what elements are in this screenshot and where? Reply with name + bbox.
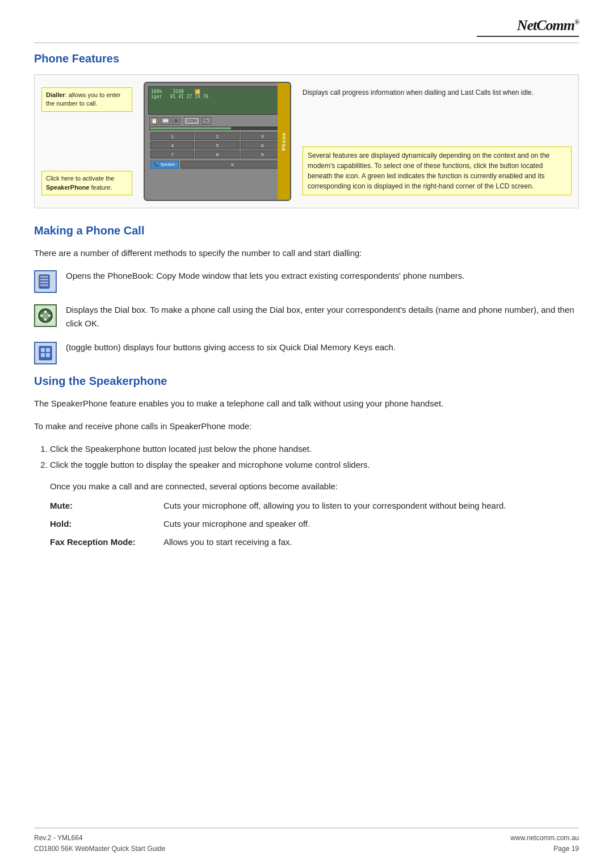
phonebook-icon-svg [37, 274, 53, 290]
screen-line2: iger 01 41 27 19 70 [151, 94, 284, 99]
logo: NetComm® [477, 17, 579, 34]
bottom-row: 📞 Speaker ≡ [145, 161, 290, 171]
phone-features-section: Phone Features Dialler: allows you to en… [34, 52, 579, 208]
icon-4: 1234 [184, 117, 200, 125]
phone-label: Phone [281, 132, 287, 151]
speakerphone-section: Using the Speakerphone The SpeakerPhone … [34, 375, 579, 549]
dial-icon [34, 304, 57, 327]
mute-label: Mute: [50, 499, 163, 513]
speakerphone-para1: The SpeakerPhone feature enables you to … [34, 397, 579, 410]
fax-label: Fax Reception Mode: [50, 535, 163, 549]
memory-text: (toggle button) displays four buttons gi… [66, 341, 579, 354]
phonebook-icon [34, 270, 57, 293]
top-divider [34, 43, 579, 43]
feature-item-phonebook: Opens the PhoneBook: Copy Mode window th… [34, 269, 579, 293]
svg-rect-4 [40, 284, 48, 286]
feature-item-memory: (toggle button) displays four buttons gi… [34, 341, 579, 364]
phone-sidebar: Phone [278, 83, 290, 200]
footer-product: CD1800 56K WebMaster Quick Start Guide [34, 844, 165, 854]
page-footer: Rev.2 - YML664 CD1800 56K WebMaster Quic… [34, 828, 579, 854]
right-callouts: Displays call progress information when … [303, 82, 572, 201]
options-row-hold: Hold: Cuts your microphone and speaker o… [50, 517, 579, 531]
key-7: 7 [150, 150, 194, 158]
svg-point-11 [44, 318, 47, 321]
options-intro: Once you make a call and are connected, … [50, 480, 579, 493]
options-row-mute: Mute: Cuts your microphone off, allowing… [50, 499, 579, 513]
logo-text: NetComm [517, 17, 574, 33]
svg-rect-1 [40, 276, 48, 278]
making-call-heading: Making a Phone Call [34, 224, 579, 237]
logo-area: NetComm® [477, 17, 579, 37]
feature-item-dial: Displays the Dial box. To make a phone c… [34, 303, 579, 330]
key-4: 4 [150, 141, 194, 149]
fax-value: Allows you to start receiving a fax. [163, 535, 579, 549]
phone-features-diagram: Dialler: allows you to enter the number … [34, 74, 579, 208]
svg-point-12 [40, 315, 43, 317]
phone-extra-key: ≡ [180, 161, 284, 169]
icon-3: ⚙ [172, 117, 180, 125]
hold-value: Cuts your microphone and speaker off. [163, 517, 579, 531]
key-2: 2 [195, 132, 239, 140]
svg-point-9 [41, 312, 49, 320]
footer-website: www.netcomm.com.au [510, 833, 579, 844]
dial-icon-svg [37, 308, 53, 324]
right-callout-progress: Displays call progress information when … [303, 87, 572, 98]
phone-features-heading: Phone Features [34, 52, 579, 65]
speakerphone-bold: SpeakerPhone [46, 184, 89, 191]
svg-rect-7 [38, 284, 40, 286]
dialler-callout: Dialler: allows you to enter the number … [41, 87, 132, 112]
svg-rect-3 [40, 282, 48, 283]
svg-rect-2 [40, 279, 48, 280]
step-1: Click the Speakerphone button located ju… [50, 442, 579, 456]
key-5: 5 [195, 141, 239, 149]
right-callout-text: Several features are displayed dynamical… [308, 152, 549, 190]
footer-page: Page 19 [510, 844, 579, 854]
options-row-fax: Fax Reception Mode: Allows you to start … [50, 535, 579, 549]
svg-rect-15 [41, 348, 45, 352]
phonebook-text: Opens the PhoneBook: Copy Mode window th… [66, 269, 579, 283]
making-call-section: Making a Phone Call There are a number o… [34, 224, 579, 364]
screen-line1: 100% 3108 📶 [151, 89, 284, 94]
page-container: NetComm® Phone Features Dialler: allows … [0, 0, 613, 588]
phone-screen: 100% 3108 📶 iger 01 41 27 19 70 [148, 86, 287, 115]
left-callouts: Dialler: allows you to enter the number … [41, 82, 132, 201]
key-1: 1 [150, 132, 194, 140]
making-call-intro: There are a number of different methods … [34, 246, 579, 260]
svg-rect-6 [38, 280, 40, 283]
options-table: Mute: Cuts your microphone off, allowing… [50, 499, 579, 549]
svg-point-13 [48, 315, 51, 317]
header: NetComm® [34, 17, 579, 37]
svg-point-10 [44, 311, 47, 313]
svg-rect-18 [46, 353, 50, 357]
footer-rev: Rev.2 - YML664 [34, 833, 165, 844]
right-callout-features: Several features are displayed dynamical… [303, 146, 572, 195]
volume-bar [149, 127, 285, 130]
speakerphone-text-1: Click here to activate the [46, 175, 114, 182]
hold-label: Hold: [50, 517, 163, 531]
footer-left: Rev.2 - YML664 CD1800 56K WebMaster Quic… [34, 833, 165, 854]
speakerphone-heading: Using the Speakerphone [34, 375, 579, 388]
dialler-label: Dialler [46, 91, 65, 98]
dial-text: Displays the Dial box. To make a phone c… [66, 303, 579, 330]
memory-icon [34, 342, 57, 364]
svg-rect-16 [46, 348, 50, 352]
phone-ui: 100% 3108 📶 iger 01 41 27 19 70 📋 📖 ⚙ 12… [144, 82, 291, 201]
speakerphone-callout: Click here to activate the SpeakerPhone … [41, 171, 132, 195]
icon-5: 🔊 [201, 117, 211, 125]
volume-fill [150, 127, 231, 129]
keypad: 1 2 3 4 5 6 7 8 9 [145, 132, 290, 161]
icon-1: 📋 [149, 117, 159, 125]
mute-value: Cuts your microphone off, allowing you t… [163, 499, 579, 513]
phone-image: 100% 3108 📶 iger 01 41 27 19 70 📋 📖 ⚙ 12… [144, 82, 291, 201]
speakerphone-para2: To make and receive phone calls in Speak… [34, 420, 579, 433]
footer-right: www.netcomm.com.au Page 19 [510, 833, 579, 854]
memory-icon-svg [37, 345, 53, 361]
logo-reg: ® [574, 18, 579, 26]
speaker-button[interactable]: 📞 Speaker [150, 161, 179, 169]
logo-underline [477, 36, 579, 37]
svg-rect-5 [38, 277, 40, 279]
svg-rect-17 [41, 353, 45, 357]
step-2: Click the toggle button to display the s… [50, 458, 579, 472]
key-8: 8 [195, 150, 239, 158]
speakerphone-steps: Click the Speakerphone button located ju… [34, 442, 579, 472]
